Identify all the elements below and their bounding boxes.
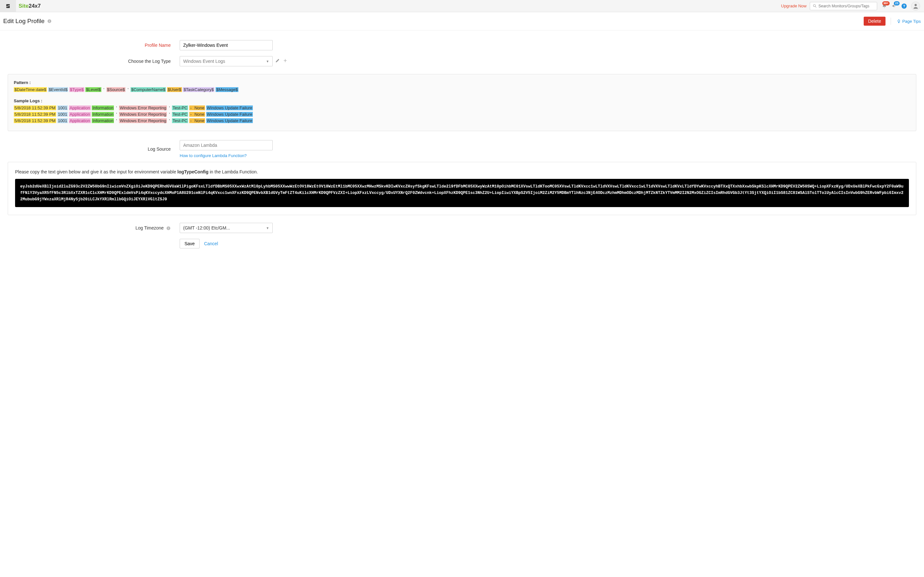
sample-token: ' <box>115 118 118 123</box>
sample-log-row: 5/8/2018 11:52:39 PM 1001 Application In… <box>14 118 910 124</box>
pattern-token: ' <box>127 87 129 92</box>
log-source-label: Log Source <box>0 147 180 152</box>
svg-text:i: i <box>168 227 169 230</box>
sample-token: Application <box>69 112 91 117</box>
svg-line-1 <box>815 6 816 7</box>
sample-token: 1001 <box>57 118 68 123</box>
log-type-label: Choose the Log Type <box>0 59 180 64</box>
svg-text:i: i <box>49 20 50 23</box>
lambda-help-link[interactable]: How to configure Lambda Function? <box>180 153 247 158</box>
pattern-panel: Pattern : $DateTime:date$ $EventId$ $Typ… <box>8 74 916 131</box>
brand-text-dark: 24x7 <box>29 3 41 9</box>
sample-token: ' <box>115 105 118 110</box>
brand-text-green: Site <box>19 3 29 9</box>
sample-token: - <box>189 105 194 110</box>
row-timezone: Log Timezone i (GMT -12:00) Etc/GM... ▼ <box>0 223 924 233</box>
add-log-type-button[interactable] <box>283 58 288 64</box>
sample-token: Application <box>69 118 91 123</box>
delete-button[interactable]: Delete <box>864 17 885 26</box>
lightbulb-icon <box>897 19 901 23</box>
messages-badge: 23 <box>894 1 900 5</box>
log-type-select[interactable]: Windows Event Logs ▼ <box>180 56 273 66</box>
app-menu-toggle[interactable] <box>0 0 16 12</box>
sample-token: 1001 <box>57 112 68 117</box>
config-intro: Please copy the text given below and giv… <box>15 169 909 174</box>
timezone-label: Log Timezone i <box>0 226 180 230</box>
save-button[interactable]: Save <box>180 239 200 248</box>
search-icon <box>813 4 817 8</box>
log-type-value: Windows Event Logs <box>183 59 266 64</box>
info-icon[interactable]: i <box>47 19 52 23</box>
sample-token: ' <box>115 112 118 117</box>
upgrade-link[interactable]: Upgrade Now <box>781 3 807 8</box>
pattern-tokens: $DateTime:date$ $EventId$ $Type$ $Level$… <box>14 87 910 93</box>
profile-name-label: Profile Name <box>0 43 180 48</box>
config-intro-bold: logTypeConfig <box>178 169 208 174</box>
sample-token: 5/8/2018 11:52:39 PM <box>14 112 56 117</box>
pattern-token: $User$ <box>167 87 182 92</box>
sample-token: None <box>194 105 205 110</box>
sample-token: Windows Error Reporting <box>119 105 167 110</box>
sample-token: Windows Update Failure <box>206 112 253 117</box>
sample-token: 5/8/2018 11:52:39 PM <box>14 118 56 123</box>
sample-token: - <box>189 112 194 117</box>
notifications-badge: 99+ <box>882 1 890 5</box>
sample-token: Test-PC <box>172 112 188 117</box>
sample-token: ' <box>168 118 171 123</box>
pattern-token: $Source$ <box>107 87 126 92</box>
pattern-label: Pattern : <box>14 80 910 85</box>
sample-log-row: 5/8/2018 11:52:39 PM 1001 Application In… <box>14 105 910 111</box>
sample-token: None <box>194 118 205 123</box>
pattern-token: $DateTime:date$ <box>14 87 47 92</box>
sample-logs-label: Sample Logs : <box>14 98 910 103</box>
page-tips-link[interactable]: Page Tips <box>897 19 921 24</box>
sample-token: - <box>189 118 194 123</box>
sample-token: None <box>194 112 205 117</box>
sample-token: Windows Error Reporting <box>119 118 167 123</box>
sample-token: Test-PC <box>172 118 188 123</box>
config-code[interactable]: eyJsb2dUeXBlIjoid2luZG93c2V2ZW50bG9nIiwi… <box>15 179 909 207</box>
question-icon: ? <box>901 3 907 9</box>
row-log-source: Log Source How to configure Lambda Funct… <box>0 140 924 158</box>
pattern-token: $Type$ <box>69 87 84 92</box>
sample-token: Windows Error Reporting <box>119 112 167 117</box>
user-avatar[interactable] <box>911 2 920 11</box>
sample-token: 5/8/2018 11:52:39 PM <box>14 105 56 110</box>
notifications-button[interactable]: 99+ <box>882 3 887 9</box>
topbar: Site24x7 Upgrade Now 99+ 23 ? <box>0 0 924 12</box>
chevron-down-icon: ▼ <box>266 60 269 63</box>
log-source-input[interactable] <box>180 140 273 150</box>
pattern-token: $ComputerName$ <box>131 87 166 92</box>
avatar-icon <box>913 3 919 9</box>
messages-button[interactable]: 23 <box>892 3 897 9</box>
row-log-type: Choose the Log Type Windows Event Logs ▼ <box>0 56 924 66</box>
sample-token: Windows Update Failure <box>206 118 253 123</box>
sample-token: ' <box>168 105 171 110</box>
plus-icon <box>283 58 288 63</box>
pattern-token: $TaskCategory$ <box>183 87 214 92</box>
info-icon[interactable]: i <box>166 226 171 230</box>
page-title: Edit Log Profile <box>3 18 45 25</box>
search-input[interactable] <box>819 4 874 8</box>
cancel-button[interactable]: Cancel <box>204 241 218 246</box>
sample-token: Windows Update Failure <box>206 105 253 110</box>
svg-point-0 <box>813 5 816 7</box>
pattern-token: ' <box>103 87 105 92</box>
profile-name-input[interactable] <box>180 40 273 50</box>
timezone-value: (GMT -12:00) Etc/GM... <box>183 226 266 230</box>
chevron-down-icon: ▼ <box>266 226 269 230</box>
sample-token: Information <box>92 105 114 110</box>
help-button[interactable]: ? <box>901 3 907 9</box>
edit-log-type-button[interactable] <box>275 58 280 64</box>
title-bar: Edit Log Profile i Delete Page Tips <box>0 12 924 31</box>
sample-token: ' <box>168 112 171 117</box>
svg-point-2 <box>915 4 917 6</box>
search-box[interactable] <box>810 2 877 10</box>
row-profile-name: Profile Name <box>0 40 924 50</box>
page-tips-text: Page Tips <box>902 19 921 24</box>
pattern-token: $EventId$ <box>48 87 68 92</box>
sample-token: Application <box>69 105 91 110</box>
site24x7-s-icon <box>5 3 11 9</box>
form: Profile Name Choose the Log Type Windows… <box>0 31 924 267</box>
timezone-select[interactable]: (GMT -12:00) Etc/GM... ▼ <box>180 223 273 233</box>
